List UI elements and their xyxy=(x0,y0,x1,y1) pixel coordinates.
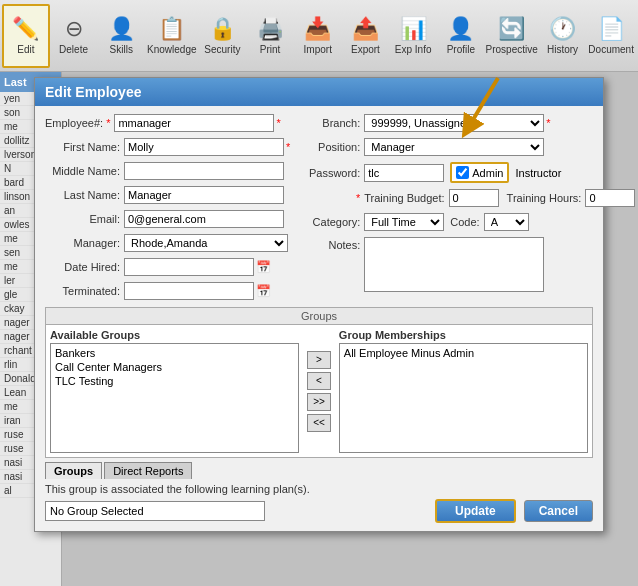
groups-body: Available Groups Bankers Call Center Man… xyxy=(46,325,592,457)
toolbar-prospective[interactable]: 🔄 Prospective xyxy=(485,4,539,68)
manager-label: Manager: xyxy=(45,237,120,249)
training-hours-input[interactable] xyxy=(585,189,635,207)
admin-label: Admin xyxy=(472,167,503,179)
email-input[interactable] xyxy=(124,210,284,228)
edit-employee-modal: Edit Employee Employee#: * First Name: xyxy=(34,77,604,532)
required-star2: * xyxy=(286,141,290,153)
toolbar-import[interactable]: 📥 Import xyxy=(294,4,342,68)
toolbar-knowledge[interactable]: 📋 Knowledge xyxy=(145,4,198,68)
list-item[interactable]: TLC Testing xyxy=(53,374,296,388)
groups-section: Groups Available Groups Bankers Call Cen… xyxy=(45,307,593,458)
toolbar-delete[interactable]: ⊖ Delete xyxy=(50,4,98,68)
middle-name-label: Middle Name: xyxy=(45,165,120,177)
move-left-btn[interactable]: < xyxy=(307,372,331,390)
branch-select[interactable]: 999999, Unassigned xyxy=(364,114,544,132)
toolbar-history-label: History xyxy=(547,44,578,55)
toolbar-document[interactable]: 📄 Document xyxy=(586,4,636,68)
edit-icon: ✏️ xyxy=(12,16,39,42)
delete-icon: ⊖ xyxy=(65,16,83,42)
modal-title: Edit Employee xyxy=(45,84,141,100)
training-budget-label: Training Budget: xyxy=(364,192,444,204)
move-right-btn[interactable]: > xyxy=(307,351,331,369)
toolbar-export[interactable]: 📤 Export xyxy=(342,4,390,68)
toolbar-security[interactable]: 🔒 Security xyxy=(199,4,247,68)
group-memberships-container: Group Memberships All Employee Minus Adm… xyxy=(339,329,588,453)
toolbar-expinfo[interactable]: 📊 Exp Info xyxy=(389,4,437,68)
list-item[interactable]: Call Center Managers xyxy=(53,360,296,374)
profile-icon: 👤 xyxy=(447,16,474,42)
position-select[interactable]: Manager xyxy=(364,138,544,156)
tab-direct-reports[interactable]: Direct Reports xyxy=(104,462,192,479)
toolbar-history[interactable]: 🕐 History xyxy=(539,4,587,68)
group-memberships-list[interactable]: All Employee Minus Admin xyxy=(339,343,588,453)
notes-label: Notes: xyxy=(300,239,360,251)
skills-icon: 👤 xyxy=(108,16,135,42)
training-hours-label: Training Hours: xyxy=(507,192,582,204)
password-input[interactable] xyxy=(364,164,444,182)
manager-select[interactable]: Rhode,Amanda xyxy=(124,234,288,252)
toolbar: ✏️ Edit ⊖ Delete 👤 Skills 📋 Knowledge 🔒 … xyxy=(0,0,638,72)
branch-label: Branch: xyxy=(300,117,360,129)
security-icon: 🔒 xyxy=(209,16,236,42)
first-name-input[interactable] xyxy=(124,138,284,156)
password-label: Password: xyxy=(300,167,360,179)
groups-info-text: This group is associated the following l… xyxy=(45,483,593,495)
employee-id-row: Employee#: * xyxy=(45,114,290,132)
branch-required-star: * xyxy=(546,117,550,129)
no-group-input[interactable] xyxy=(45,501,265,521)
modal-body: Employee#: * First Name: * Middle Name: xyxy=(35,106,603,531)
move-all-left-btn[interactable]: << xyxy=(307,414,331,432)
toolbar-edit[interactable]: ✏️ Edit xyxy=(2,4,50,68)
category-label: Category: xyxy=(300,216,360,228)
manager-row: Manager: Rhode,Amanda xyxy=(45,234,290,252)
training-budget-input[interactable] xyxy=(449,189,499,207)
middle-name-input[interactable] xyxy=(124,162,284,180)
toolbar-edit-label: Edit xyxy=(17,44,34,55)
last-name-input[interactable] xyxy=(124,186,284,204)
cancel-button[interactable]: Cancel xyxy=(524,500,593,522)
first-name-label: First Name: xyxy=(45,141,120,153)
terminated-calendar-icon[interactable]: 📅 xyxy=(256,284,271,298)
notes-row: Notes: xyxy=(300,237,635,292)
employee-id-input[interactable] xyxy=(114,114,274,132)
branch-row: Branch: 999999, Unassigned * xyxy=(300,114,635,132)
import-icon: 📥 xyxy=(304,16,331,42)
move-all-right-btn[interactable]: >> xyxy=(307,393,331,411)
date-hired-row: Date Hired: 📅 xyxy=(45,258,290,276)
toolbar-profile[interactable]: 👤 Profile xyxy=(437,4,485,68)
groups-legend: Groups xyxy=(46,308,592,325)
toolbar-skills-label: Skills xyxy=(110,44,133,55)
list-item[interactable]: Bankers xyxy=(53,346,296,360)
password-row: Password: Admin Instructor xyxy=(300,162,635,183)
update-button[interactable]: Update xyxy=(435,499,516,523)
toolbar-prospective-label: Prospective xyxy=(486,44,538,55)
toolbar-document-label: Document xyxy=(588,44,634,55)
print-icon: 🖨️ xyxy=(257,16,284,42)
toolbar-print[interactable]: 🖨️ Print xyxy=(246,4,294,68)
available-groups-list[interactable]: Bankers Call Center Managers TLC Testing xyxy=(50,343,299,453)
last-name-label: Last Name: xyxy=(45,189,120,201)
toolbar-skills[interactable]: 👤 Skills xyxy=(97,4,145,68)
email-label: Email: xyxy=(45,213,120,225)
employee-id-label: Employee#: xyxy=(45,117,110,129)
admin-checkbox[interactable] xyxy=(456,166,469,179)
admin-checkbox-container: Admin xyxy=(450,162,509,183)
list-item[interactable]: All Employee Minus Admin xyxy=(342,346,585,360)
position-label: Position: xyxy=(300,141,360,153)
notes-textarea[interactable] xyxy=(364,237,544,292)
training-budget-star: * xyxy=(300,192,360,204)
required-star: * xyxy=(276,117,280,129)
toolbar-security-label: Security xyxy=(204,44,240,55)
modal-header: Edit Employee xyxy=(35,78,603,106)
toolbar-export-label: Export xyxy=(351,44,380,55)
terminated-input[interactable] xyxy=(124,282,254,300)
tab-groups[interactable]: Groups xyxy=(45,462,102,479)
date-hired-calendar-icon[interactable]: 📅 xyxy=(256,260,271,274)
category-select[interactable]: Full Time xyxy=(364,213,444,231)
knowledge-icon: 📋 xyxy=(158,16,185,42)
email-row: Email: xyxy=(45,210,290,228)
date-hired-input[interactable] xyxy=(124,258,254,276)
code-select[interactable]: A xyxy=(484,213,529,231)
history-icon: 🕐 xyxy=(549,16,576,42)
prospective-icon: 🔄 xyxy=(498,16,525,42)
